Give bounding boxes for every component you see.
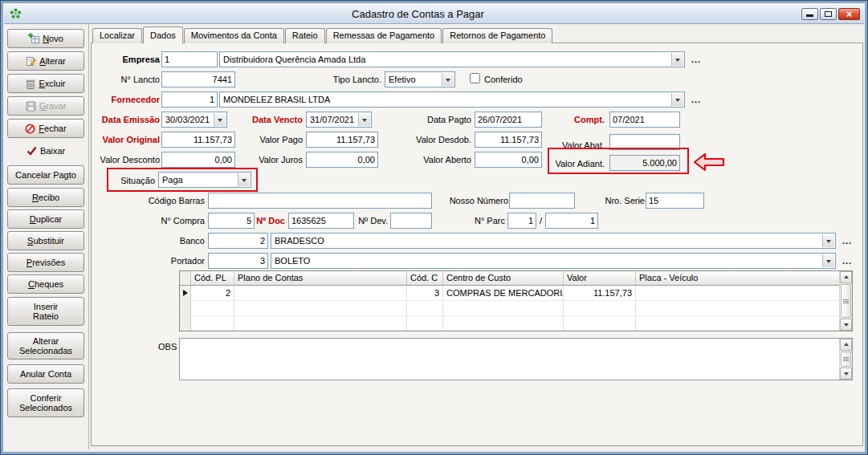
nro-serie-label: Nro. Serie [603,195,645,206]
n-compra-input[interactable] [208,213,255,229]
codigo-barras-input[interactable] [208,193,432,209]
save-icon [26,101,36,112]
empresa-browse-button[interactable]: ... [691,55,701,64]
valor-adiant-input[interactable] [609,155,680,171]
conferir-selecionados-button[interactable]: Conferir Selecionados [7,388,84,417]
fornecedor-combobox[interactable]: MONDELEZ BRASIL LTDA [219,91,685,108]
table-row-empty [180,316,839,331]
n-parc-first-input[interactable] [507,213,536,229]
previsoes-button[interactable]: Previsões [7,253,84,272]
close-button[interactable] [838,8,860,20]
alterar-button[interactable]: Alterar [7,51,84,71]
n-lancto-input[interactable] [161,71,235,87]
compt-input[interactable] [609,112,680,128]
scroll-up-icon[interactable] [840,339,852,351]
no-entry-icon [25,124,35,134]
grid-header-plano-de-contas[interactable]: Plano de Contas [234,271,407,285]
grid-cell-centro-de-custo[interactable]: COMPRAS DE MERCADORIAS [443,286,564,300]
fornecedor-browse-button[interactable]: ... [691,95,701,104]
n-doc-input[interactable] [288,213,354,229]
grid-header-centro-de-custo[interactable]: Centro de Custo [443,271,564,285]
recibo-button[interactable]: Recibo [7,188,84,207]
nosso-numero-input[interactable] [509,193,575,209]
tab-remessas-de-pagamento[interactable]: Remessas de Pagamento [326,28,442,43]
nro-serie-input[interactable] [646,193,704,209]
grid-header-cod-c[interactable]: Cód. C [407,271,443,285]
empresa-label: Empresa [92,54,160,65]
grid-header-valor[interactable]: Valor [564,271,636,285]
grid-header-placa-veiculo[interactable]: Placa - Veículo [636,271,839,285]
valor-pago-input[interactable] [306,132,378,148]
valor-original-input[interactable] [161,132,235,148]
table-row[interactable]: 2 3 COMPRAS DE MERCADORIAS 11.157,73 [180,286,839,301]
scroll-grip-icon [843,357,849,361]
data-vencto-datepicker[interactable]: 31/07/2021 [306,112,372,128]
banco-combobox[interactable]: BRADESCO [271,233,836,249]
data-pagto-input[interactable] [475,112,542,128]
fornecedor-code-input[interactable] [161,91,218,108]
portador-browse-button[interactable]: ... [842,256,852,266]
grid-cell-valor[interactable]: 11.157,73 [564,286,636,300]
obs-label: OBS [158,341,177,352]
valor-aberto-input[interactable] [475,152,542,168]
portador-code-input[interactable] [208,253,268,269]
excluir-button[interactable]: Excluir [7,74,84,93]
banco-code-input[interactable] [208,233,268,249]
fechar-button[interactable]: Fechar [7,119,84,138]
grid-cell-cod-pl[interactable]: 2 [191,286,234,300]
tab-localizar[interactable]: Localizar [92,28,142,43]
dropdown-arrow-icon [822,234,834,247]
valor-desconto-input[interactable] [161,152,235,168]
valor-abat-input[interactable] [609,134,680,150]
grid-cell-cod-c[interactable]: 3 [407,286,443,300]
duplicar-button[interactable]: Duplicar [7,209,84,229]
grid-header-indicator [180,271,191,285]
novo-button[interactable]: Novo [7,29,84,48]
gravar-button[interactable]: Gravar [7,96,84,116]
conferido-checkbox[interactable] [470,73,480,83]
grid-cell-placa-veiculo[interactable] [636,286,839,300]
obs-scrollbar[interactable] [839,339,852,380]
scroll-down-icon[interactable] [840,368,852,380]
n-dev-input[interactable] [390,213,432,229]
window-title: Cadastro de Contas a Pagar [36,8,800,20]
baixar-button[interactable]: Baixar [7,141,84,160]
tab-retornos-de-pagamento[interactable]: Retornos de Pagamento [442,28,552,43]
cancelar-pagto-button[interactable]: Cancelar Pagto [7,165,84,185]
portador-combobox[interactable]: BOLETO [271,253,836,269]
tab-dados[interactable]: Dados [143,26,183,43]
banco-browse-button[interactable]: ... [842,236,852,246]
empresa-code-input[interactable] [161,51,218,67]
tipo-lancto-combobox[interactable]: Efetivo [385,71,455,87]
valor-desdob-input[interactable] [475,132,542,148]
grid-header-cod-pl[interactable]: Cód. PL [191,271,234,285]
data-emissao-datepicker[interactable]: 30/03/2021 [161,112,227,128]
scroll-thumb[interactable] [841,284,851,318]
empresa-combobox[interactable]: Distribuidora Querência Amada Ltda [219,51,685,67]
valor-adiant-label: Valor Adiant. [552,158,605,169]
scroll-down-icon[interactable] [840,319,852,331]
novo-button-label: Novo [43,34,63,43]
tab-movimentos-da-conta[interactable]: Movimentos da Conta [184,28,284,43]
tipo-lancto-label: Tipo Lancto. [320,74,381,85]
situacao-combobox[interactable]: Paga [158,172,251,188]
tab-rateio[interactable]: Rateio [285,28,325,43]
minimize-button[interactable] [801,8,818,20]
cheques-button[interactable]: Cheques [7,274,84,294]
grid-scrollbar[interactable] [839,271,852,331]
scroll-thumb[interactable] [841,351,851,367]
alterar-button-label: Alterar [39,56,65,66]
n-parc-second-input[interactable] [545,213,598,229]
grid-cell-plano-de-contas[interactable] [234,286,407,300]
substituir-button[interactable]: Substituir [7,231,84,250]
anular-conta-button[interactable]: Anular Conta [7,364,84,384]
titlebar: Cadastro de Contas a Pagar [4,4,864,24]
maximize-button[interactable] [820,8,837,20]
alterar-selecionadas-button[interactable]: Alterar Selecionadas [7,332,84,360]
edit-icon [26,56,36,67]
inserir-rateio-button-label: Inserir Rateio [22,302,70,321]
inserir-rateio-button[interactable]: Inserir Rateio [7,297,84,326]
scroll-up-icon[interactable] [840,271,852,283]
valor-juros-input[interactable] [306,152,378,168]
obs-textarea[interactable] [180,339,840,380]
